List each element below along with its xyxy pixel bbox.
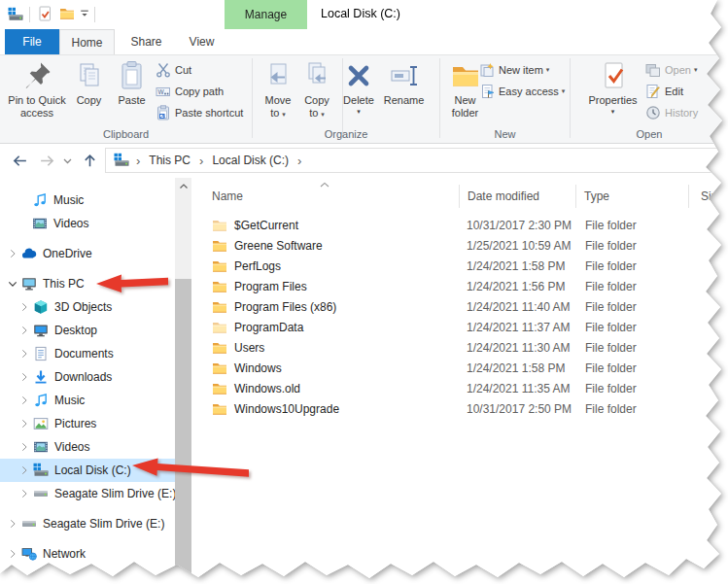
chevron-right-icon[interactable] <box>17 417 31 430</box>
file-name: Windows <box>194 361 459 376</box>
edit-button[interactable]: Edit <box>645 81 698 102</box>
chevron-right-icon[interactable] <box>17 347 31 361</box>
chevron-right-icon[interactable] <box>17 370 31 384</box>
file-type: File folder <box>575 219 688 232</box>
table-row[interactable]: Users1/24/2021 11:30 AMFile folder <box>194 337 688 358</box>
column-header-size[interactable]: Size <box>688 185 728 208</box>
folder-icon <box>212 218 227 233</box>
column-header-name[interactable]: Name <box>194 185 459 208</box>
chevron-right-icon[interactable] <box>6 547 19 561</box>
sidebar-item-local-disk-c[interactable]: Local Disk (C:) <box>0 459 175 482</box>
qat-customize-button[interactable] <box>78 6 91 23</box>
table-row[interactable]: Program Files1/24/2021 1:56 PMFile folde… <box>194 276 688 296</box>
properties-button[interactable]: Properties▾ <box>582 58 643 116</box>
address-bar: ›This PC›Local Disk (C:)› <box>0 144 728 178</box>
sidebar-item-documents[interactable]: Documents <box>0 342 175 365</box>
sidebar-item-downloads[interactable]: Downloads <box>0 365 175 389</box>
qat-separator <box>29 7 30 22</box>
copy-to-button[interactable]: Copy to▾ <box>297 58 336 120</box>
file-name-label: PerfLogs <box>234 259 281 273</box>
move-to-button[interactable]: Move to▾ <box>259 58 297 120</box>
file-name: Program Files <box>194 279 459 294</box>
table-row[interactable]: Windows.old1/24/2021 11:35 AMFile folder <box>194 378 688 398</box>
button-label: Easy access <box>499 86 559 97</box>
scrollbar-up-button[interactable] <box>175 178 191 194</box>
chevron-right-icon[interactable] <box>6 517 19 531</box>
table-row[interactable]: PerfLogs1/24/2021 1:58 PMFile folder <box>194 256 688 276</box>
sidebar-item-label: OneDrive <box>43 247 92 260</box>
button-label: Pin to Quick access <box>6 94 68 119</box>
paste-button[interactable]: Paste <box>110 58 154 107</box>
file-name-label: ProgramData <box>234 321 303 334</box>
new-item-button[interactable]: New item▾ <box>479 59 565 81</box>
chevron-right-icon[interactable] <box>17 440 31 454</box>
easy-access-button[interactable]: Easy access▾ <box>479 81 565 102</box>
recent-locations-button[interactable] <box>62 153 73 169</box>
sidebar-item-seagate-slim-drive-e[interactable]: Seagate Slim Drive (E:) <box>0 482 175 505</box>
table-row[interactable]: Greene Software1/25/2021 10:59 AMFile fo… <box>194 235 688 256</box>
chevron-right-icon[interactable] <box>17 487 31 500</box>
scrollbar-thumb[interactable] <box>175 279 191 584</box>
sidebar-item-network[interactable]: Network <box>0 542 175 566</box>
table-row[interactable]: $GetCurrent10/31/2017 2:30 PMFile folder <box>194 215 688 235</box>
table-row[interactable]: Windows1/24/2021 1:58 PMFile folder <box>194 358 688 378</box>
up-button[interactable] <box>82 153 98 169</box>
cut-button[interactable]: Cut <box>156 59 243 81</box>
rename-button[interactable]: Rename <box>381 58 427 107</box>
address-box[interactable]: ›This PC›Local Disk (C:)› <box>105 148 722 173</box>
breadcrumb-local-disk-c[interactable]: Local Disk (C:) <box>210 154 291 167</box>
copy-button[interactable]: Copy <box>68 58 110 107</box>
qat-properties-button[interactable] <box>35 6 54 23</box>
sidebar-scrollbar[interactable] <box>175 178 191 584</box>
sidebar-item-videos[interactable]: Videos <box>0 435 175 459</box>
column-header-date-modified[interactable]: Date modified <box>459 185 575 208</box>
tab-file[interactable]: File <box>5 29 59 54</box>
sidebar-item-this-pc[interactable]: This PC <box>0 272 175 295</box>
chevron-down-icon[interactable] <box>6 277 19 291</box>
edit-icon <box>645 84 661 99</box>
sidebar-item-label: Music <box>53 193 84 207</box>
sidebar-item-videos[interactable]: Videos <box>0 212 175 235</box>
sidebar-item-label: Local Disk (C:) <box>54 464 131 477</box>
dropdown-arrow-icon: ▾ <box>357 108 361 116</box>
sidebar-item-pictures[interactable]: Pictures <box>0 412 175 435</box>
file-name: ProgramData <box>194 320 459 335</box>
tab-share[interactable]: Share <box>120 29 173 54</box>
qat-new-folder-button[interactable] <box>57 6 77 23</box>
chevron-right-icon[interactable] <box>17 394 31 407</box>
breadcrumb-this-pc[interactable]: This PC <box>147 154 192 167</box>
sidebar-item-music[interactable]: Music <box>0 189 175 212</box>
group-label: New <box>440 128 570 140</box>
button-label: Paste shortcut <box>175 107 243 119</box>
column-header-type[interactable]: Type <box>575 185 688 208</box>
table-row[interactable]: Windows10Upgrade10/31/2017 2:50 PMFile f… <box>194 398 688 419</box>
sidebar-item-onedrive[interactable]: OneDrive <box>0 242 175 265</box>
sidebar-item-desktop[interactable]: Desktop <box>0 319 175 342</box>
file-date-modified: 1/24/2021 1:58 PM <box>459 361 575 375</box>
back-button[interactable] <box>12 153 28 169</box>
sidebar-item-seagate-slim-drive-e[interactable]: Seagate Slim Drive (E:) <box>0 512 175 535</box>
table-row[interactable]: ProgramData1/24/2021 11:37 AMFile folder <box>194 317 688 337</box>
small-buttons: Open▾EditHistory <box>645 59 698 123</box>
chevron-right-icon[interactable] <box>17 324 31 337</box>
tab-manage[interactable]: Manage <box>225 0 307 29</box>
new-item-icon <box>479 62 495 78</box>
button-label: Copy <box>77 94 102 107</box>
chevron-right-icon[interactable] <box>6 247 19 260</box>
pin-to-quick-access-button[interactable]: Pin to Quick access <box>6 58 68 119</box>
table-row[interactable]: Program Files (x86)1/24/2021 11:40 AMFil… <box>194 296 688 317</box>
file-name-label: Users <box>234 341 264 355</box>
copy-path-button[interactable]: WCopy path <box>156 81 243 102</box>
chevron-right-icon[interactable] <box>17 300 31 314</box>
sidebar-item-3d-objects[interactable]: 3D Objects <box>0 295 175 319</box>
chevron-right-icon[interactable] <box>17 464 31 477</box>
group-label: Clipboard <box>0 128 252 140</box>
tab-view[interactable]: View <box>178 29 225 54</box>
sidebar-item-label: 3D Objects <box>54 300 112 314</box>
paste-shortcut-button[interactable]: Paste shortcut <box>156 102 243 123</box>
breadcrumb-separator: › <box>297 154 301 168</box>
sidebar-item-music[interactable]: Music <box>0 389 175 412</box>
button-label: Delete <box>343 94 374 107</box>
sidebar-item-label: Videos <box>54 440 89 454</box>
tab-home[interactable]: Home <box>59 29 115 54</box>
